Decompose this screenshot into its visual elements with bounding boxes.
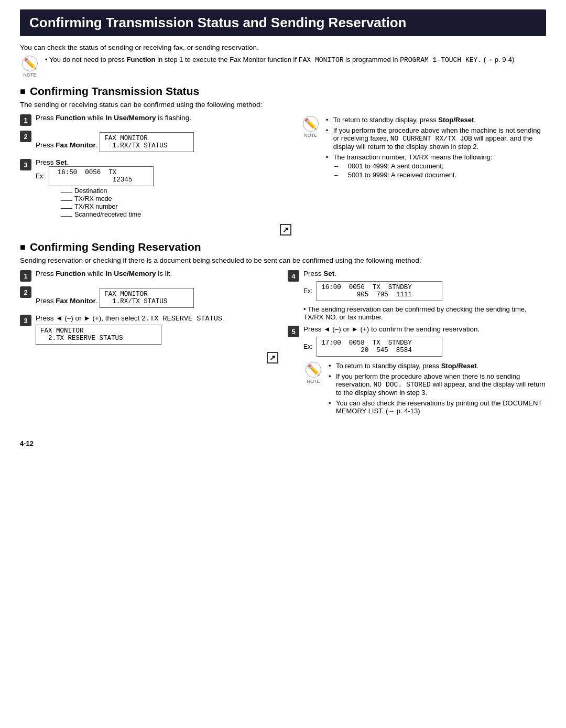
step-num-3: 3 [20, 159, 31, 170]
sub-item-2: 5001 to 9999: A received document. [341, 171, 546, 179]
section2-intro: Sending reservation or checking if there… [20, 256, 546, 264]
right-note-2-item-1: To return to standby display, press Stop… [329, 362, 546, 370]
step-num-2-1: 1 [20, 270, 31, 282]
corner-icon-1: ↗ [280, 224, 291, 235]
note-icon: ✏️ NOTE [20, 56, 40, 78]
right-note-2-item-2: If you perform the procedure above when … [329, 372, 546, 397]
fax-monitor-display-1: FAX MONITOR 1.RX/TX STATUS [100, 132, 194, 152]
label-tx-rx-mode: TX/RX mode [61, 195, 154, 202]
step-content-3: Press Set. Ex: 16:50 0056 TX 12345 [36, 158, 291, 219]
page-header: Confirming Transmission Status and Sendi… [20, 9, 546, 36]
step-2-4: 4 Press Set. Ex: 16:00 0056 TX STNDBY 90… [288, 270, 546, 321]
step3-display: 16:50 0056 TX 12345 [49, 166, 154, 186]
label-destination: Destination [61, 187, 154, 195]
note-text: • You do not need to press Function in s… [45, 56, 514, 64]
step-num-2-5: 5 [288, 326, 299, 337]
label-scan-recv-time: Scanned/received time [61, 211, 154, 218]
reserve-status-display: FAX MONITOR 2.TX RESERVE STATUS [36, 325, 161, 345]
note-label-3: NOTE [307, 379, 320, 384]
step-1-1: 1 Press Function while In Use/Memory is … [20, 114, 291, 126]
right-note-list-2: To return to standby display, press Stop… [329, 362, 546, 417]
right-note-item-2: If you perform the procedure above when … [326, 126, 546, 151]
step-2-3: 3 Press ◄ (–) or ► (+), then select 2.TX… [20, 314, 278, 347]
right-note-item-3: The transaction number, TX/RX means the … [326, 153, 546, 179]
label-tx-rx-num: TX/RX number [61, 203, 154, 210]
step4-note: • The sending reservation can be confirm… [303, 305, 546, 321]
step-num-2-2: 2 [20, 286, 31, 298]
corner-icon-2: ↗ [267, 352, 278, 363]
sub-list-1: 0001 to 4999: A sent document; 5001 to 9… [333, 162, 546, 179]
set-display-2: 17:00 0058 TX STNDBY 20 545 8584 [317, 337, 442, 357]
step-num-2-4: 4 [288, 270, 299, 282]
page-title: Confirming Transmission Status and Sendi… [29, 15, 537, 31]
step-2-2: 2 Press Fax Monitor. FAX MONITOR 1.RX/TX… [20, 286, 278, 310]
ex-label: Ex: [36, 173, 45, 180]
step-num-2-3: 3 [20, 315, 31, 326]
pencil-icon-3: ✏️ [306, 362, 321, 378]
pencil-icon-2: ✏️ [303, 116, 319, 132]
pencil-icon: ✏️ [22, 56, 38, 71]
section2-content: 1 Press Function while In Use/Memory is … [20, 270, 546, 429]
step-1-2: 2 Press Fax Monitor. FAX MONITOR 1.RX/TX… [20, 130, 291, 154]
step-content-2: Press Fax Monitor. FAX MONITOR 1.RX/TX S… [36, 130, 291, 154]
note-icon-3: ✏️ NOTE [303, 362, 323, 384]
step-num-1: 1 [20, 114, 31, 126]
note-label: NOTE [23, 72, 36, 78]
step-content-2-4: Press Set. Ex: 16:00 0056 TX STNDBY 905 … [303, 270, 546, 321]
diagram-row: Ex: 16:50 0056 TX 12345 Destination [36, 166, 291, 219]
step-content-1: Press Function while In Use/Memory is fl… [36, 114, 291, 122]
note-box: ✏️ NOTE • You do not need to press Funct… [20, 56, 546, 78]
ex-label-2: Ex: [303, 287, 312, 295]
step-content-2-2: Press Fax Monitor. FAX MONITOR 1.RX/TX S… [36, 286, 278, 310]
section2-left: 1 Press Function while In Use/Memory is … [20, 270, 278, 363]
step-1-3: 3 Press Set. Ex: 16:50 0056 TX 12345 [20, 158, 291, 219]
note-label-2: NOTE [304, 133, 317, 138]
right-note-box-1: ✏️ NOTE To return to standby display, pr… [301, 116, 546, 181]
set-display-1: 16:00 0056 TX STNDBY 905 795 1111 [317, 281, 442, 301]
intro-text: You can check the status of sending or r… [20, 44, 546, 51]
section1-content: 1 Press Function while In Use/Memory is … [20, 114, 546, 235]
note-icon-2: ✏️ NOTE [301, 116, 321, 138]
sub-item-1: 0001 to 4999: A sent document; [341, 162, 546, 170]
step-content-2-5: Press ◄ (–) or ► (+) to confirm the send… [303, 325, 546, 425]
section1-intro: The sending or receiving status can be c… [20, 101, 546, 109]
right-note-item-1: To return to standby display, press Stop… [326, 116, 546, 124]
label-lines: Destination TX/RX mode TX/RX number Scan… [41, 187, 154, 218]
section2-right: 4 Press Set. Ex: 16:00 0056 TX STNDBY 90… [288, 270, 546, 429]
section1-right: ✏️ NOTE To return to standby display, pr… [301, 114, 546, 189]
step-2-1: 1 Press Function while In Use/Memory is … [20, 270, 278, 282]
step-content-2-3: Press ◄ (–) or ► (+), then select 2.TX R… [36, 314, 278, 347]
section2-title: Confirming Sending Reservation [20, 241, 546, 253]
section1-left: 1 Press Function while In Use/Memory is … [20, 114, 291, 235]
diagram-block: Ex: 16:50 0056 TX 12345 Destination [36, 166, 154, 219]
fax-monitor-display-2: FAX MONITOR 1.RX/TX STATUS [100, 288, 194, 308]
right-note-list-1: To return to standby display, press Stop… [326, 116, 546, 181]
step-content-2-1: Press Function while In Use/Memory is li… [36, 270, 278, 277]
step-2-5: 5 Press ◄ (–) or ► (+) to confirm the se… [288, 325, 546, 425]
section1-title: Confirming Transmission Status [20, 85, 546, 98]
step-num-2: 2 [20, 131, 31, 142]
right-note-box-2: ✏️ NOTE To return to standby display, pr… [303, 362, 546, 417]
ex-label-3: Ex: [303, 343, 312, 350]
right-note-2-item-3: You can also check the reservations by p… [329, 399, 546, 415]
page-number: 4-12 [20, 440, 546, 447]
